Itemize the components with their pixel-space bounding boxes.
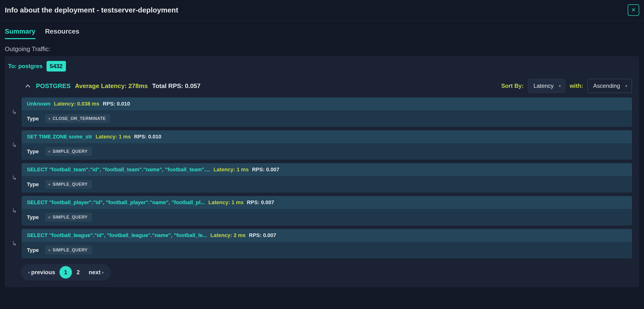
query-card[interactable]: SELECT "football_team"."id", "football_t…	[22, 163, 632, 193]
chevron-down-icon: ▾	[48, 248, 50, 252]
query-rps: RPS: 0.010	[134, 134, 161, 140]
sort-by-select[interactable]: Latency ▾	[528, 79, 565, 93]
sub-arrow-icon: ↳	[10, 97, 18, 127]
total-rps: Total RPS: 0.057	[152, 82, 200, 90]
query-rps: RPS: 0.007	[247, 199, 274, 206]
type-chip[interactable]: ▾ SIMPLE_QUERY	[45, 180, 92, 189]
query-body: Type ▾ SIMPLE_QUERY	[22, 209, 632, 225]
chevron-left-icon: ‹	[28, 270, 30, 275]
query-body: Type ▾ SIMPLE_QUERY	[22, 176, 632, 193]
query-card[interactable]: SELECT "football_league"."id", "football…	[22, 229, 632, 258]
deployment-info-modal: Info about the deployment - testserver-d…	[0, 0, 644, 287]
destination-label: To: postgres	[8, 63, 43, 70]
prev-label: previous	[31, 269, 55, 276]
chevron-right-icon: ›	[102, 270, 103, 275]
query-row: ↳ SELECT "football_league"."id", "footba…	[10, 229, 632, 258]
traffic-panel: To: postgres 5432 POSTGRES Average Laten…	[5, 56, 639, 287]
close-button[interactable]: ✕	[628, 4, 639, 16]
query-body: Type ▾ CLOSE_OR_TERMINATE	[22, 110, 632, 127]
type-value: SIMPLE_QUERY	[52, 182, 88, 187]
query-name: SELECT "football_player"."id", "football…	[27, 199, 205, 206]
type-label: Type	[27, 149, 39, 155]
chevron-down-icon: ▾	[48, 183, 50, 186]
query-row: ↳ SELECT "football_team"."id", "football…	[10, 163, 632, 193]
type-label: Type	[27, 247, 39, 253]
chevron-down-icon: ▾	[48, 150, 50, 154]
query-body: Type ▾ SIMPLE_QUERY	[22, 143, 632, 160]
page-number-1[interactable]: 1	[60, 266, 72, 278]
pagination: ‹ previous 1 2 next ›	[20, 264, 111, 280]
query-name: SELECT "football_league"."id", "football…	[27, 232, 207, 238]
outgoing-traffic-label: Outgoing Traffic:	[0, 39, 644, 56]
type-label: Type	[27, 116, 39, 122]
query-card[interactable]: Unknown Latency: 0.038 ms RPS: 0.010 Typ…	[22, 97, 632, 127]
tabs: Summary Resources	[0, 21, 644, 39]
modal-header: Info about the deployment - testserver-d…	[0, 0, 644, 21]
query-row: ↳ Unknown Latency: 0.038 ms RPS: 0.010 T…	[10, 97, 632, 127]
query-head: SELECT "football_player"."id", "football…	[22, 196, 632, 209]
query-card[interactable]: SET TIME ZONE some_str Latency: 1 ms RPS…	[22, 130, 632, 160]
chevron-down-icon: ▾	[48, 117, 50, 121]
query-latency: Latency: 2 ms	[210, 232, 246, 238]
sort-by-label: Sort By:	[501, 83, 524, 89]
sub-arrow-icon: ↳	[10, 130, 18, 160]
page-number-2[interactable]: 2	[72, 266, 84, 278]
destination-row: To: postgres 5432	[5, 56, 639, 72]
type-value: CLOSE_OR_TERMINATE	[52, 116, 106, 121]
type-chip[interactable]: ▾ SIMPLE_QUERY	[45, 147, 92, 156]
sub-arrow-icon: ↳	[10, 163, 18, 193]
query-head: SET TIME ZONE some_str Latency: 1 ms RPS…	[22, 130, 632, 143]
query-name: SET TIME ZONE some_str	[27, 134, 92, 140]
type-chip[interactable]: ▾ SIMPLE_QUERY	[45, 213, 92, 222]
query-card[interactable]: SELECT "football_player"."id", "football…	[22, 196, 632, 225]
query-list: ↳ Unknown Latency: 0.038 ms RPS: 0.010 T…	[5, 97, 639, 258]
sort-direction-value: Ascending	[593, 83, 620, 89]
type-chip[interactable]: ▾ SIMPLE_QUERY	[45, 246, 92, 254]
chevron-down-icon: ▾	[559, 84, 561, 88]
sort-controls: Sort By: Latency ▾ with: Ascending ▾	[501, 79, 632, 93]
query-rps: RPS: 0.007	[249, 232, 276, 238]
protocol-label: POSTGRES	[36, 82, 70, 90]
tab-resources[interactable]: Resources	[45, 28, 79, 39]
chevron-up-icon[interactable]	[26, 83, 30, 89]
sort-by-value: Latency	[534, 83, 554, 89]
query-head: SELECT "football_team"."id", "football_t…	[22, 163, 632, 176]
query-latency: Latency: 1 ms	[96, 134, 131, 140]
tab-summary[interactable]: Summary	[5, 28, 36, 39]
query-latency: Latency: 0.038 ms	[54, 101, 100, 107]
type-value: SIMPLE_QUERY	[52, 248, 88, 253]
modal-title: Info about the deployment - testserver-d…	[5, 6, 178, 14]
sub-arrow-icon: ↳	[10, 196, 18, 225]
query-name: Unknown	[27, 101, 50, 107]
sort-with-label: with:	[570, 83, 583, 89]
query-row: ↳ SELECT "football_player"."id", "footba…	[10, 196, 632, 225]
chevron-down-icon: ▾	[48, 215, 50, 219]
query-row: ↳ SET TIME ZONE some_str Latency: 1 ms R…	[10, 130, 632, 160]
average-latency: Average Latency: 278ms	[75, 82, 148, 90]
close-icon: ✕	[631, 7, 636, 13]
query-name: SELECT "football_team"."id", "football_t…	[27, 166, 210, 173]
prev-page-button[interactable]: ‹ previous	[24, 266, 60, 278]
query-body: Type ▾ SIMPLE_QUERY	[22, 242, 632, 258]
destination-port-badge: 5432	[46, 61, 66, 72]
query-head: Unknown Latency: 0.038 ms RPS: 0.010	[22, 97, 632, 110]
type-value: SIMPLE_QUERY	[52, 149, 88, 154]
query-latency: Latency: 1 ms	[208, 199, 244, 206]
sub-arrow-icon: ↳	[10, 229, 18, 258]
query-rps: RPS: 0.007	[252, 166, 279, 173]
sort-direction-select[interactable]: Ascending ▾	[588, 79, 632, 93]
next-label: next	[89, 269, 100, 276]
type-value: SIMPLE_QUERY	[52, 215, 88, 220]
protocol-summary-row: POSTGRES Average Latency: 278ms Total RP…	[5, 72, 639, 97]
type-label: Type	[27, 181, 39, 188]
type-label: Type	[27, 214, 39, 220]
next-page-button[interactable]: next ›	[84, 266, 108, 278]
type-chip[interactable]: ▾ CLOSE_OR_TERMINATE	[45, 114, 110, 123]
query-head: SELECT "football_league"."id", "football…	[22, 229, 632, 242]
chevron-down-icon: ▾	[625, 84, 627, 88]
query-rps: RPS: 0.010	[103, 101, 130, 107]
query-latency: Latency: 1 ms	[214, 166, 249, 173]
